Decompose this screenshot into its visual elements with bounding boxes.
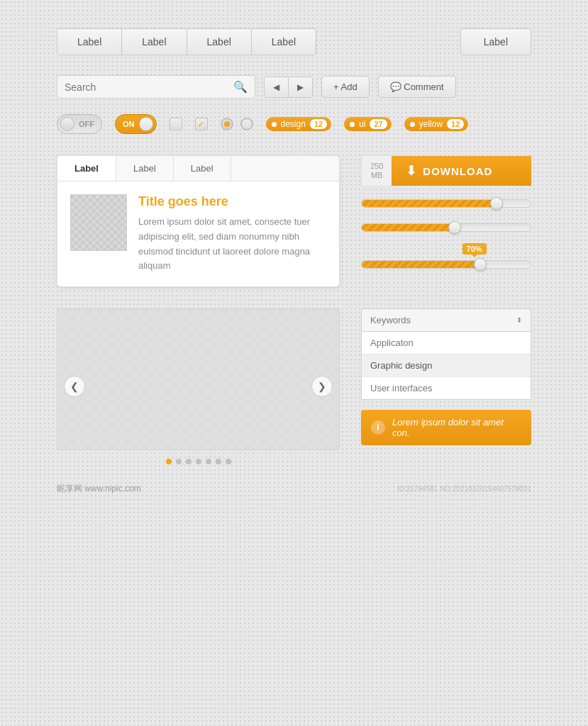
card-tab-2[interactable]: Label	[116, 156, 174, 181]
tag-text-design: design	[281, 119, 306, 129]
dropdown-label: Keywords	[370, 315, 411, 325]
radio-selected[interactable]	[221, 118, 233, 130]
toggle-on[interactable]: ON	[115, 114, 157, 134]
prev-arrow-button[interactable]: ◀	[265, 77, 289, 97]
tag-ui[interactable]: ui 27	[344, 117, 392, 131]
card-tabs: Label Label Label	[57, 156, 339, 182]
slider-2-container	[361, 220, 531, 235]
download-size-number: 250	[370, 162, 383, 171]
dropdown-arrow-icon: ⬍	[516, 316, 522, 324]
comment-button[interactable]: 💬 Comment	[378, 76, 456, 98]
alert-box[interactable]: i Lorem ipsum dolor sit amet con.	[361, 410, 531, 445]
slider-3-knob[interactable]: 70%	[474, 258, 487, 271]
tab-button-group: Label Label Label Label	[57, 28, 316, 55]
right-panel-top: 250 MB ⬇ DOWNLOAD	[361, 155, 531, 287]
footer: 昵享网 www.nipic.com ID:31794581 NO:2021032…	[57, 479, 531, 499]
add-button[interactable]: + Add	[321, 76, 370, 98]
radio-unselected[interactable]	[240, 118, 253, 130]
tab-btn-2[interactable]: Label	[122, 29, 187, 55]
alert-icon: i	[371, 420, 385, 435]
search-box: 🔍	[57, 75, 255, 99]
download-icon: ⬇	[406, 163, 417, 179]
tag-yellow[interactable]: yellow 12	[404, 117, 469, 131]
dropdown-option-2[interactable]: Graphic design	[362, 354, 531, 377]
slider-1-knob[interactable]	[490, 197, 503, 210]
tag-count-yellow: 12	[447, 119, 464, 129]
card-text: Title goes here Lorem ipsum dolor sit am…	[138, 194, 326, 274]
slider-3-label: 70%	[462, 243, 487, 255]
card-title: Title goes here	[138, 194, 326, 209]
dropdown-option-1[interactable]: Applicaton	[362, 332, 531, 354]
tab-btn-1[interactable]: Label	[57, 29, 122, 55]
download-label: DOWNLOAD	[423, 165, 492, 177]
slider-2-knob[interactable]	[448, 221, 461, 234]
download-row: 250 MB ⬇ DOWNLOAD	[361, 155, 531, 186]
card-thumbnail	[70, 194, 127, 251]
card-tab-3[interactable]: Label	[174, 156, 231, 181]
search-icon-button[interactable]: 🔍	[233, 80, 248, 94]
carousel-prev-button[interactable]: ❮	[64, 376, 85, 397]
carousel-dot-6[interactable]	[216, 459, 221, 464]
alert-text: Lorem ipsum dolor sit amet con.	[392, 417, 521, 438]
toggle-on-knob	[139, 117, 153, 131]
dropdown-options: Applicaton Graphic design User interface…	[361, 332, 531, 400]
slider-2-track[interactable]	[361, 223, 531, 232]
tag-text-ui: ui	[359, 119, 365, 129]
carousel-dot-4[interactable]	[196, 459, 201, 464]
carousel-dot-2[interactable]	[176, 459, 182, 464]
checkbox-unchecked[interactable]	[170, 118, 182, 130]
toggle-off-label: OFF	[79, 120, 94, 128]
dropdown-header[interactable]: Keywords ⬍	[361, 308, 531, 332]
card-body: Title goes here Lorem ipsum dolor sit am…	[57, 182, 339, 286]
toggle-off[interactable]: OFF	[57, 114, 102, 134]
standalone-button[interactable]: Label	[460, 28, 531, 55]
card-tab-1[interactable]: Label	[57, 156, 116, 181]
main-row: Label Label Label Title goes here Lorem …	[57, 155, 531, 287]
carousel-dot-7[interactable]	[226, 459, 231, 464]
tab-btn-4[interactable]: Label	[252, 29, 316, 55]
bottom-row: ❮ ❯ Keywords ⬍ Applicaton Graphic design	[57, 308, 531, 464]
slider-1-container	[361, 196, 531, 211]
download-button[interactable]: ⬇ DOWNLOAD	[392, 156, 531, 186]
tag-dot-yellow	[410, 122, 415, 127]
toggle-on-label: ON	[123, 120, 135, 128]
nav-arrows: ◀ ▶	[264, 77, 313, 98]
tab-btn-3[interactable]: Label	[187, 29, 252, 55]
tag-dot-ui	[350, 122, 355, 127]
tag-text-yellow: yellow	[419, 119, 443, 129]
slider-3-track[interactable]: 70%	[361, 260, 531, 269]
tag-dot-design	[272, 122, 277, 127]
search-input[interactable]	[65, 82, 233, 93]
controls-row: 🔍 ◀ ▶ + Add 💬 Comment	[57, 75, 531, 99]
carousel-dots	[57, 459, 340, 464]
dropdown-option-3[interactable]: User interfaces	[362, 377, 531, 399]
footer-id: ID:31794581 NO:20210320154407578031	[397, 485, 531, 493]
card-description: Lorem ipsum dolor sit amet, consecte tue…	[138, 215, 326, 274]
checkbox-checked[interactable]: ✓	[195, 118, 208, 130]
slider-2-fill	[362, 224, 455, 231]
content-card: Label Label Label Title goes here Lorem …	[57, 155, 340, 287]
right-panel-bottom: Keywords ⬍ Applicaton Graphic design Use…	[361, 308, 531, 464]
slider-3-container: 70%	[361, 257, 531, 272]
carousel-dot-1[interactable]	[166, 459, 172, 464]
carousel-dot-5[interactable]	[206, 459, 211, 464]
slider-1-fill	[362, 200, 497, 207]
slider-1-track[interactable]	[361, 199, 531, 208]
tag-design[interactable]: design 12	[266, 117, 332, 131]
tab-row: Label Label Label Label Label	[57, 28, 531, 55]
carousel: ❮ ❯	[57, 308, 340, 464]
footer-logo: 昵享网 www.nipic.com	[57, 483, 141, 495]
radio-group	[221, 118, 253, 130]
next-arrow-button[interactable]: ▶	[289, 77, 312, 97]
carousel-slide	[57, 308, 340, 450]
slider-3-fill	[362, 261, 480, 268]
download-size-unit: MB	[370, 171, 383, 180]
carousel-next-button[interactable]: ❯	[311, 376, 333, 397]
tag-count-ui: 27	[370, 119, 387, 129]
download-size: 250 MB	[361, 155, 392, 186]
carousel-dot-3[interactable]	[186, 459, 192, 464]
tag-count-design: 12	[310, 119, 327, 129]
widgets-row: OFF ON ✓ design 12 ui 27 yellow 1	[57, 114, 531, 134]
toggle-off-knob	[60, 117, 74, 131]
